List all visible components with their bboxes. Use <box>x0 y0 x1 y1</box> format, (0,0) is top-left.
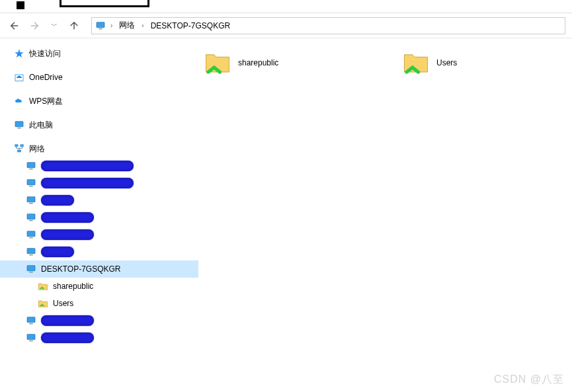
svg-rect-9 <box>29 169 32 169</box>
redacted-label <box>41 247 74 257</box>
star-icon <box>13 48 25 59</box>
tree-label: sharepublic <box>53 282 93 291</box>
onedrive-icon <box>13 71 25 83</box>
tree-label: WPS网盘 <box>29 96 63 107</box>
tree-label: DESKTOP-7GSQKGR <box>41 264 120 274</box>
svg-rect-21 <box>29 272 32 272</box>
tree-label: 快速访问 <box>29 48 61 59</box>
computer-icon <box>25 212 37 223</box>
address-bar[interactable]: › 网络 › DESKTOP-7GSQKGR <box>91 17 565 34</box>
svg-rect-23 <box>29 323 32 324</box>
tree-label: OneDrive <box>29 73 63 82</box>
svg-rect-22 <box>27 317 35 323</box>
back-button[interactable] <box>7 18 22 34</box>
chevron-right-icon[interactable]: › <box>109 22 114 29</box>
tree-label: 网络 <box>29 143 45 155</box>
computer-icon <box>25 332 37 344</box>
svg-rect-17 <box>29 237 32 238</box>
folder-sharepublic[interactable]: sharepublic <box>198 46 370 79</box>
forward-button[interactable] <box>26 18 42 34</box>
svg-rect-8 <box>27 163 35 168</box>
svg-rect-12 <box>27 197 35 202</box>
tree-network-host-redacted[interactable] <box>0 175 198 192</box>
tree-network-host-redacted[interactable] <box>0 243 198 260</box>
tree-network-host-redacted[interactable] <box>0 157 198 175</box>
svg-rect-13 <box>29 203 32 204</box>
tree-label: 此电脑 <box>29 120 53 131</box>
svg-rect-2 <box>15 75 23 81</box>
svg-rect-7 <box>17 150 21 153</box>
redacted-label <box>41 212 94 223</box>
svg-rect-11 <box>29 186 32 186</box>
tree-quick-access[interactable]: 快速访问 <box>0 45 198 62</box>
redacted-label <box>41 161 134 171</box>
computer-icon <box>25 229 37 241</box>
tree-network-host-selected[interactable]: DESKTOP-7GSQKGR <box>0 260 198 278</box>
svg-rect-0 <box>97 22 104 27</box>
tree-network-host-redacted[interactable] <box>0 226 198 243</box>
svg-rect-20 <box>27 266 35 271</box>
computer-icon <box>95 20 106 32</box>
shared-folder-icon <box>37 297 49 309</box>
tree-network-host-redacted[interactable] <box>0 329 198 346</box>
watermark: CSDN @八至 <box>494 373 564 387</box>
chevron-right-icon[interactable]: › <box>140 22 145 29</box>
navigation-tree: 快速访问 OneDrive WPS网盘 此电脑 <box>0 38 198 392</box>
computer-icon <box>25 160 37 172</box>
file-list-pane[interactable]: sharepublic Users <box>198 38 572 392</box>
svg-rect-3 <box>15 122 23 127</box>
tree-wpscloud[interactable]: WPS网盘 <box>0 93 198 110</box>
tree-label: Users <box>53 299 73 308</box>
svg-rect-1 <box>99 28 102 29</box>
redacted-label <box>41 315 94 326</box>
computer-icon <box>25 315 37 327</box>
svg-rect-6 <box>20 144 24 147</box>
redacted-label <box>41 178 134 188</box>
svg-rect-5 <box>15 144 18 147</box>
svg-rect-16 <box>27 231 35 237</box>
breadcrumb-network[interactable]: 网络 <box>116 19 138 32</box>
svg-rect-4 <box>17 128 20 128</box>
tree-network-host-redacted[interactable] <box>0 209 198 226</box>
computer-icon <box>25 246 37 258</box>
tree-thispc[interactable]: 此电脑 <box>0 116 198 134</box>
svg-rect-25 <box>29 340 32 341</box>
redacted-label <box>41 333 94 343</box>
tree-network-host-redacted[interactable] <box>0 312 198 329</box>
folder-label: Users <box>436 58 457 67</box>
breadcrumb-host[interactable]: DESKTOP-7GSQKGR <box>148 20 233 32</box>
tree-share-sharepublic[interactable]: sharepublic <box>0 278 198 295</box>
network-icon <box>13 143 25 155</box>
navigation-bar: ﹀ › 网络 › DESKTOP-7GSQKGR <box>0 13 572 38</box>
tree-onedrive[interactable]: OneDrive <box>0 69 198 86</box>
pc-icon <box>13 119 25 131</box>
computer-icon <box>25 177 37 189</box>
svg-rect-14 <box>27 214 35 219</box>
svg-rect-19 <box>29 255 32 255</box>
svg-rect-24 <box>27 334 35 340</box>
redacted-label <box>41 195 74 206</box>
svg-rect-10 <box>27 180 35 185</box>
computer-icon <box>25 194 37 206</box>
shared-folder-icon <box>37 280 49 292</box>
folder-users[interactable]: Users <box>397 46 569 79</box>
folder-label: sharepublic <box>238 58 278 67</box>
svg-rect-15 <box>29 220 32 221</box>
window-top-cutoff <box>0 0 572 13</box>
shared-folder-icon <box>402 49 430 77</box>
tree-share-users[interactable]: Users <box>0 295 198 312</box>
tree-network-host-redacted[interactable] <box>0 192 198 209</box>
cloud-icon <box>13 95 25 107</box>
up-button[interactable] <box>66 18 82 34</box>
svg-rect-18 <box>27 249 35 254</box>
redacted-label <box>41 229 94 240</box>
recent-dropdown[interactable]: ﹀ <box>46 18 62 34</box>
computer-icon <box>25 263 37 275</box>
tree-network[interactable]: 网络 <box>0 140 198 157</box>
shared-folder-icon <box>204 49 231 77</box>
